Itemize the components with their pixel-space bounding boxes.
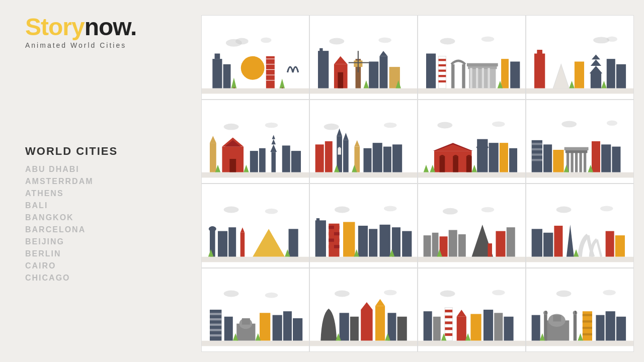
- svg-rect-18: [202, 88, 309, 94]
- svg-marker-16: [279, 78, 285, 88]
- svg-rect-90: [282, 146, 290, 172]
- svg-point-61: [593, 37, 609, 43]
- svg-rect-22: [319, 48, 323, 52]
- city-grid: [196, 0, 644, 362]
- city-list-item[interactable]: BALI: [25, 200, 196, 211]
- svg-point-244: [492, 290, 505, 296]
- svg-rect-58: [510, 61, 520, 88]
- svg-rect-226: [293, 318, 302, 341]
- svg-marker-235: [361, 302, 372, 310]
- svg-rect-86: [271, 152, 276, 172]
- city-list-item[interactable]: CHICAGO: [25, 273, 196, 284]
- svg-point-130: [607, 120, 617, 126]
- svg-point-152: [265, 208, 278, 214]
- svg-rect-71: [607, 59, 615, 88]
- svg-rect-180: [369, 229, 377, 256]
- svg-marker-100: [337, 128, 342, 136]
- svg-point-40: [481, 36, 495, 42]
- city-card-6[interactable]: [309, 100, 418, 184]
- svg-rect-101: [343, 140, 349, 172]
- city-list-item[interactable]: BEIJING: [25, 236, 196, 247]
- svg-rect-157: [228, 227, 236, 257]
- svg-rect-217: [210, 329, 221, 331]
- svg-marker-69: [591, 59, 601, 66]
- svg-rect-182: [392, 227, 400, 257]
- svg-point-1: [235, 38, 249, 44]
- svg-rect-205: [554, 226, 562, 257]
- svg-rect-189: [424, 235, 431, 257]
- city-card-8[interactable]: [526, 100, 634, 184]
- svg-marker-159: [240, 227, 245, 233]
- svg-rect-107: [373, 143, 382, 172]
- svg-rect-146: [601, 144, 611, 172]
- svg-marker-125: [424, 165, 429, 172]
- svg-rect-147: [612, 147, 620, 172]
- city-list-item[interactable]: BERLIN: [25, 248, 196, 259]
- svg-rect-132: [532, 143, 542, 145]
- city-card-10[interactable]: [309, 184, 418, 268]
- svg-point-201: [556, 206, 572, 213]
- city-card-7[interactable]: [418, 100, 526, 184]
- svg-rect-67: [591, 73, 601, 88]
- city-list-item[interactable]: BANGKOK: [25, 212, 196, 223]
- svg-rect-203: [532, 229, 542, 256]
- city-card-9[interactable]: [201, 184, 309, 268]
- city-card-13[interactable]: [201, 268, 309, 352]
- svg-rect-44: [438, 64, 446, 66]
- city-list-item[interactable]: ATHENS: [25, 188, 196, 199]
- svg-marker-88: [271, 139, 276, 145]
- svg-point-129: [561, 121, 577, 128]
- city-card-2[interactable]: [309, 15, 418, 100]
- city-list-item[interactable]: ABU DHABI: [25, 164, 196, 175]
- city-card-16[interactable]: [526, 268, 634, 352]
- svg-rect-216: [210, 324, 221, 326]
- svg-rect-7: [246, 68, 259, 77]
- svg-rect-136: [543, 144, 552, 172]
- svg-marker-254: [457, 310, 466, 317]
- city-list-item[interactable]: AMSTERRDAM: [25, 176, 196, 187]
- svg-rect-83: [229, 159, 236, 172]
- svg-rect-38: [310, 88, 417, 94]
- svg-point-114: [492, 122, 505, 127]
- svg-rect-78: [210, 143, 216, 172]
- city-card-4[interactable]: [526, 15, 634, 100]
- svg-rect-63: [534, 53, 545, 88]
- city-card-5[interactable]: [201, 100, 309, 184]
- svg-rect-94: [202, 172, 309, 178]
- svg-rect-168: [316, 218, 319, 221]
- svg-rect-145: [592, 141, 600, 172]
- svg-rect-109: [392, 144, 402, 172]
- svg-point-20: [378, 37, 391, 43]
- city-card-14[interactable]: [309, 268, 418, 352]
- svg-rect-142: [584, 152, 586, 172]
- svg-rect-255: [470, 314, 481, 341]
- svg-rect-91: [291, 151, 301, 172]
- svg-rect-120: [466, 156, 472, 172]
- svg-rect-103: [338, 148, 341, 155]
- svg-rect-112: [310, 172, 417, 178]
- svg-rect-175: [334, 238, 340, 241]
- city-card-15[interactable]: [418, 268, 526, 352]
- city-card-12[interactable]: [526, 184, 634, 268]
- svg-marker-36: [364, 80, 369, 88]
- city-list-item[interactable]: BARCELONA: [25, 224, 196, 235]
- logo-now: now.: [85, 14, 137, 40]
- svg-rect-249: [445, 316, 452, 318]
- city-card-11[interactable]: [418, 184, 526, 268]
- svg-marker-70: [592, 54, 600, 59]
- svg-point-76: [224, 124, 239, 130]
- svg-rect-279: [596, 315, 604, 341]
- svg-rect-155: [211, 226, 213, 231]
- svg-rect-267: [553, 315, 561, 322]
- svg-rect-273: [575, 311, 576, 314]
- city-list-item[interactable]: CAIRO: [25, 260, 196, 272]
- city-card-3[interactable]: [418, 15, 526, 100]
- svg-rect-171: [334, 226, 340, 229]
- svg-rect-219: [224, 317, 233, 341]
- city-card-1[interactable]: [201, 15, 309, 100]
- svg-rect-21: [318, 51, 329, 88]
- svg-marker-34: [379, 51, 387, 56]
- svg-rect-137: [553, 150, 564, 172]
- svg-rect-246: [433, 317, 441, 341]
- svg-rect-229: [202, 341, 309, 346]
